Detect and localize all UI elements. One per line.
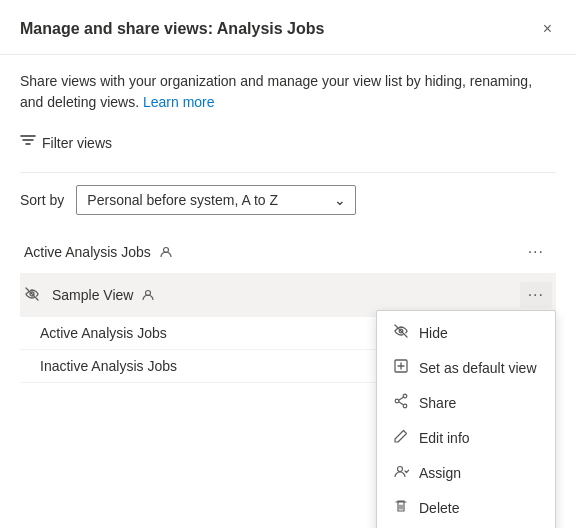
context-menu-delete[interactable]: Delete	[377, 490, 555, 525]
learn-more-link[interactable]: Learn more	[143, 94, 215, 110]
hidden-eye-icon	[24, 286, 40, 305]
view-name: Active Analysis Jobs	[24, 244, 151, 260]
sort-row: Sort by Personal before system, A to Z P…	[20, 185, 556, 215]
set-default-label: Set as default view	[419, 360, 537, 376]
sort-select[interactable]: Personal before system, A to Z Personal …	[76, 185, 356, 215]
assign-icon	[393, 463, 409, 482]
user-icon-sample	[141, 288, 155, 302]
sort-select-wrapper[interactable]: Personal before system, A to Z Personal …	[76, 185, 356, 215]
view-row-wrapper: Sample View ··· Active Analysis Jobs I	[20, 274, 556, 383]
hide-label: Hide	[419, 325, 448, 341]
context-menu-set-default[interactable]: Set as default view	[377, 350, 555, 385]
view-item: Active Analysis Jobs ···	[20, 231, 556, 274]
context-menu: Hide Set as default view	[376, 310, 556, 528]
delete-label: Delete	[419, 500, 459, 516]
dialog: Manage and share views: Analysis Jobs × …	[0, 0, 576, 528]
context-menu-edit[interactable]: Edit info	[377, 420, 555, 455]
dialog-header: Manage and share views: Analysis Jobs ×	[0, 0, 576, 55]
view-name-sample: Sample View	[52, 287, 133, 303]
dialog-body: Share views with your organization and m…	[0, 55, 576, 399]
sort-label: Sort by	[20, 192, 64, 208]
context-menu-assign[interactable]: Assign	[377, 455, 555, 490]
svg-point-5	[403, 394, 407, 398]
dialog-title: Manage and share views: Analysis Jobs	[20, 20, 324, 38]
edit-info-label: Edit info	[419, 430, 470, 446]
user-icon	[159, 245, 173, 259]
views-list: Active Analysis Jobs ···	[20, 231, 556, 383]
share-icon	[393, 393, 409, 412]
description-text: Share views with your organization and m…	[20, 71, 556, 113]
filter-views-button[interactable]: Filter views	[20, 129, 556, 156]
divider	[20, 172, 556, 173]
svg-point-8	[398, 467, 403, 472]
view-more-button-active[interactable]: ···	[520, 282, 552, 308]
close-button[interactable]: ×	[539, 16, 556, 42]
filter-views-label: Filter views	[42, 135, 112, 151]
view-more-button[interactable]: ···	[520, 239, 552, 265]
filter-icon	[20, 133, 36, 152]
svg-point-6	[395, 399, 399, 403]
delete-icon	[393, 498, 409, 517]
hide-icon	[393, 323, 409, 342]
default-icon	[393, 358, 409, 377]
assign-label: Assign	[419, 465, 461, 481]
svg-point-7	[403, 404, 407, 408]
context-menu-share[interactable]: Share	[377, 385, 555, 420]
edit-icon	[393, 428, 409, 447]
share-label: Share	[419, 395, 456, 411]
context-menu-hide[interactable]: Hide	[377, 315, 555, 350]
